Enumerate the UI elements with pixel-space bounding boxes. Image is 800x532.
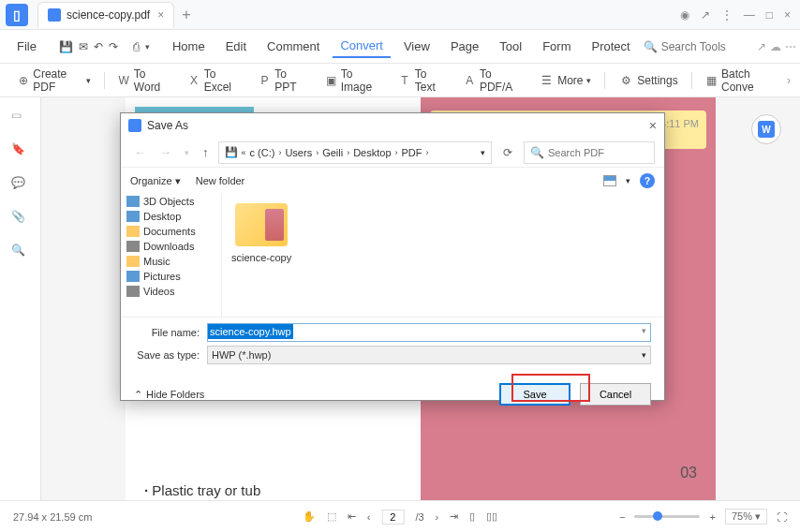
zoom-slider[interactable] bbox=[634, 515, 700, 518]
bookmarks-icon[interactable]: 🔖 bbox=[11, 142, 30, 161]
search-panel-icon[interactable]: 🔍 bbox=[11, 244, 30, 262]
gift-icon[interactable]: ◉ bbox=[680, 8, 689, 22]
chevron-down-icon[interactable]: ▾ bbox=[145, 38, 150, 55]
grid-icon: ▦ bbox=[705, 73, 719, 88]
dialog-search-input[interactable] bbox=[548, 147, 642, 158]
share-icon[interactable]: ↗ bbox=[701, 8, 710, 22]
cloud-icon[interactable]: ☁ bbox=[770, 40, 781, 53]
filename-input[interactable]: science-copy.hwp▾ bbox=[207, 323, 651, 342]
page-total: /3 bbox=[415, 511, 423, 523]
thumbnails-icon[interactable]: ▭ bbox=[11, 109, 30, 127]
new-folder-button[interactable]: New folder bbox=[196, 175, 245, 186]
kebab-icon[interactable]: ⋮ bbox=[721, 8, 733, 22]
comments-icon[interactable]: 💬 bbox=[11, 176, 30, 195]
close-window-icon[interactable]: × bbox=[784, 8, 791, 22]
menu-edit[interactable]: Edit bbox=[218, 36, 254, 57]
save-icon[interactable]: 💾 bbox=[59, 38, 73, 55]
attachments-icon[interactable]: 📎 bbox=[11, 210, 30, 229]
tree-item-videos[interactable]: Videos bbox=[121, 284, 221, 299]
document-tab[interactable]: science-copy.pdf × bbox=[37, 2, 174, 28]
save-as-dialog: Save As × ← → ▾ ↑ 💾 « c (C:)› Users› Gei… bbox=[120, 112, 665, 401]
first-page-icon[interactable]: ⇤ bbox=[348, 510, 356, 523]
last-page-icon[interactable]: ⇥ bbox=[450, 510, 458, 523]
dialog-close-icon[interactable]: × bbox=[649, 118, 657, 133]
view-dropdown-icon[interactable]: ▾ bbox=[626, 176, 630, 185]
menu-tool[interactable]: Tool bbox=[492, 36, 529, 57]
menu-view[interactable]: View bbox=[396, 36, 437, 57]
tree-item-3d[interactable]: 3D Objects bbox=[121, 194, 221, 209]
to-image-button[interactable]: ▣To Image bbox=[317, 64, 387, 97]
word-badge[interactable]: W bbox=[751, 114, 781, 144]
gear-icon: ⚙ bbox=[618, 73, 633, 88]
savetype-select[interactable]: HWP (*.hwp)▾ bbox=[207, 346, 651, 364]
organize-button[interactable]: Organize ▾ bbox=[130, 175, 181, 187]
hide-folders-button[interactable]: ⌃Hide Folders bbox=[134, 389, 204, 401]
undo-icon[interactable]: ↶ bbox=[94, 38, 103, 55]
chevron-down-icon[interactable]: ▾ bbox=[181, 146, 193, 159]
dialog-icon bbox=[128, 119, 141, 132]
refresh-icon[interactable]: ⟳ bbox=[497, 146, 518, 159]
file-menu[interactable]: File bbox=[9, 36, 44, 57]
save-button[interactable]: Save bbox=[499, 383, 570, 406]
drive-icon: 💾 bbox=[225, 146, 238, 158]
menu-form[interactable]: Form bbox=[535, 36, 578, 57]
to-ppt-button[interactable]: PTo PPT bbox=[251, 64, 313, 97]
next-page-icon[interactable]: › bbox=[436, 511, 439, 523]
add-tab-icon[interactable]: + bbox=[182, 7, 190, 23]
cancel-button[interactable]: Cancel bbox=[580, 383, 651, 406]
batch-convert-button[interactable]: ▦Batch Conve bbox=[698, 64, 783, 97]
create-pdf-button[interactable]: ⊕Create PDF▾ bbox=[9, 64, 98, 97]
breadcrumb[interactable]: 💾 « c (C:)› Users› Geili› Desktop› PDF› … bbox=[218, 141, 493, 164]
folder-tree[interactable]: 3D Objects Desktop Documents Downloads M… bbox=[121, 194, 222, 317]
to-pdfa-button[interactable]: ATo PDF/A bbox=[455, 64, 527, 97]
file-item[interactable]: science-copy bbox=[231, 203, 291, 263]
zoom-level[interactable]: 75% ▾ bbox=[725, 509, 767, 525]
menu-home[interactable]: Home bbox=[165, 36, 213, 57]
to-word-button[interactable]: WTo Word bbox=[110, 64, 176, 97]
search-tools-input[interactable] bbox=[661, 40, 746, 53]
view-mode-icon[interactable] bbox=[603, 175, 616, 186]
filename-label: File name: bbox=[134, 327, 207, 338]
nav-back-icon[interactable]: ← bbox=[130, 143, 150, 161]
dialog-search[interactable]: 🔍 bbox=[524, 141, 655, 164]
search-icon: 🔍 bbox=[644, 40, 658, 53]
select-tool-icon[interactable]: ⬚ bbox=[327, 510, 336, 523]
menu-protect[interactable]: Protect bbox=[584, 36, 637, 57]
maximize-icon[interactable]: □ bbox=[766, 8, 773, 22]
close-tab-icon[interactable]: × bbox=[157, 8, 164, 22]
menu-page[interactable]: Page bbox=[443, 36, 486, 57]
fit-icon[interactable]: ⛶ bbox=[777, 511, 787, 523]
tree-item-pictures[interactable]: Pictures bbox=[121, 269, 221, 284]
zoom-out-icon[interactable]: − bbox=[619, 511, 625, 523]
nav-forward-icon[interactable]: → bbox=[156, 143, 175, 161]
zoom-in-icon[interactable]: + bbox=[709, 511, 715, 523]
redo-icon[interactable]: ↷ bbox=[109, 38, 118, 55]
file-list[interactable]: science-copy bbox=[222, 194, 664, 317]
tree-item-desktop[interactable]: Desktop bbox=[121, 209, 221, 224]
to-excel-button[interactable]: XTo Excel bbox=[180, 64, 247, 97]
folder-icon bbox=[235, 203, 288, 246]
tree-item-music[interactable]: Music bbox=[121, 254, 221, 269]
menu-comment[interactable]: Comment bbox=[259, 36, 327, 57]
print-icon[interactable]: ⎙ bbox=[133, 38, 140, 55]
overflow-icon[interactable]: › bbox=[787, 74, 791, 87]
materials-list: Plastic tray or tub Dishwashing gloves S… bbox=[135, 480, 411, 500]
hand-tool-icon[interactable]: ✋ bbox=[303, 510, 316, 523]
menu-convert[interactable]: Convert bbox=[333, 35, 391, 58]
two-page-icon[interactable]: ▯▯ bbox=[486, 510, 497, 523]
nav-up-icon[interactable]: ↑ bbox=[199, 143, 213, 161]
mail-icon[interactable]: ✉ bbox=[79, 38, 88, 55]
minimize-icon[interactable]: — bbox=[744, 8, 755, 22]
single-page-icon[interactable]: ▯ bbox=[469, 510, 475, 523]
settings-button[interactable]: ⚙Settings bbox=[611, 69, 685, 92]
tree-item-downloads[interactable]: Downloads bbox=[121, 239, 221, 254]
external-icon[interactable]: ↗ bbox=[757, 40, 766, 53]
more-button[interactable]: ☰More▾ bbox=[531, 69, 599, 92]
prev-page-icon[interactable]: ‹ bbox=[367, 511, 371, 523]
to-text-button[interactable]: TTo Text bbox=[391, 64, 452, 97]
help-icon[interactable]: ? bbox=[640, 173, 655, 188]
page-input[interactable] bbox=[381, 510, 404, 525]
tree-item-documents[interactable]: Documents bbox=[121, 224, 221, 239]
ellipsis-icon[interactable]: ⋯ bbox=[785, 40, 796, 53]
plus-icon: ⊕ bbox=[17, 73, 29, 88]
